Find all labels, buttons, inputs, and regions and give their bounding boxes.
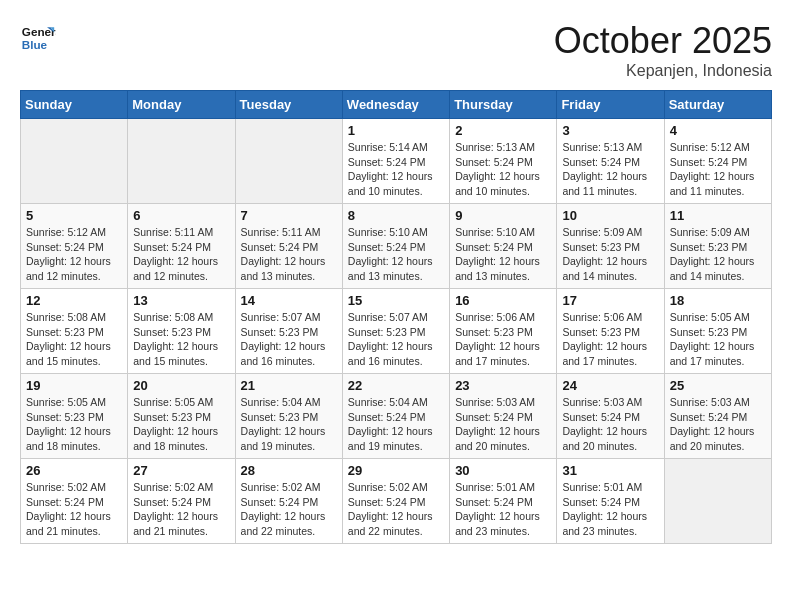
day-info: Sunrise: 5:13 AM Sunset: 5:24 PM Dayligh… — [455, 140, 551, 199]
day-info: Sunrise: 5:03 AM Sunset: 5:24 PM Dayligh… — [455, 395, 551, 454]
calendar-day-cell: 25Sunrise: 5:03 AM Sunset: 5:24 PM Dayli… — [664, 374, 771, 459]
calendar-day-cell: 4Sunrise: 5:12 AM Sunset: 5:24 PM Daylig… — [664, 119, 771, 204]
calendar-day-cell: 9Sunrise: 5:10 AM Sunset: 5:24 PM Daylig… — [450, 204, 557, 289]
calendar-day-cell: 5Sunrise: 5:12 AM Sunset: 5:24 PM Daylig… — [21, 204, 128, 289]
day-number: 14 — [241, 293, 337, 308]
month-title: October 2025 — [554, 20, 772, 62]
day-info: Sunrise: 5:09 AM Sunset: 5:23 PM Dayligh… — [562, 225, 658, 284]
day-info: Sunrise: 5:02 AM Sunset: 5:24 PM Dayligh… — [241, 480, 337, 539]
day-info: Sunrise: 5:03 AM Sunset: 5:24 PM Dayligh… — [562, 395, 658, 454]
calendar-day-cell: 23Sunrise: 5:03 AM Sunset: 5:24 PM Dayli… — [450, 374, 557, 459]
calendar-header: SundayMondayTuesdayWednesdayThursdayFrid… — [21, 91, 772, 119]
day-number: 8 — [348, 208, 444, 223]
day-info: Sunrise: 5:07 AM Sunset: 5:23 PM Dayligh… — [348, 310, 444, 369]
calendar-day-cell — [21, 119, 128, 204]
day-info: Sunrise: 5:03 AM Sunset: 5:24 PM Dayligh… — [670, 395, 766, 454]
day-number: 18 — [670, 293, 766, 308]
day-number: 17 — [562, 293, 658, 308]
svg-text:General: General — [22, 25, 56, 38]
calendar-day-cell: 18Sunrise: 5:05 AM Sunset: 5:23 PM Dayli… — [664, 289, 771, 374]
calendar-day-cell: 19Sunrise: 5:05 AM Sunset: 5:23 PM Dayli… — [21, 374, 128, 459]
calendar-week-row: 12Sunrise: 5:08 AM Sunset: 5:23 PM Dayli… — [21, 289, 772, 374]
day-number: 2 — [455, 123, 551, 138]
day-number: 31 — [562, 463, 658, 478]
weekday-header: Saturday — [664, 91, 771, 119]
day-info: Sunrise: 5:02 AM Sunset: 5:24 PM Dayligh… — [133, 480, 229, 539]
calendar-day-cell: 8Sunrise: 5:10 AM Sunset: 5:24 PM Daylig… — [342, 204, 449, 289]
day-info: Sunrise: 5:02 AM Sunset: 5:24 PM Dayligh… — [348, 480, 444, 539]
day-number: 1 — [348, 123, 444, 138]
day-info: Sunrise: 5:01 AM Sunset: 5:24 PM Dayligh… — [455, 480, 551, 539]
day-number: 20 — [133, 378, 229, 393]
calendar-day-cell: 31Sunrise: 5:01 AM Sunset: 5:24 PM Dayli… — [557, 459, 664, 544]
day-info: Sunrise: 5:02 AM Sunset: 5:24 PM Dayligh… — [26, 480, 122, 539]
day-info: Sunrise: 5:07 AM Sunset: 5:23 PM Dayligh… — [241, 310, 337, 369]
calendar-week-row: 19Sunrise: 5:05 AM Sunset: 5:23 PM Dayli… — [21, 374, 772, 459]
calendar-day-cell: 16Sunrise: 5:06 AM Sunset: 5:23 PM Dayli… — [450, 289, 557, 374]
calendar-week-row: 1Sunrise: 5:14 AM Sunset: 5:24 PM Daylig… — [21, 119, 772, 204]
calendar-day-cell: 7Sunrise: 5:11 AM Sunset: 5:24 PM Daylig… — [235, 204, 342, 289]
day-info: Sunrise: 5:14 AM Sunset: 5:24 PM Dayligh… — [348, 140, 444, 199]
day-number: 5 — [26, 208, 122, 223]
location: Kepanjen, Indonesia — [554, 62, 772, 80]
day-number: 4 — [670, 123, 766, 138]
day-number: 11 — [670, 208, 766, 223]
calendar-day-cell: 30Sunrise: 5:01 AM Sunset: 5:24 PM Dayli… — [450, 459, 557, 544]
day-number: 15 — [348, 293, 444, 308]
day-number: 7 — [241, 208, 337, 223]
calendar-day-cell: 11Sunrise: 5:09 AM Sunset: 5:23 PM Dayli… — [664, 204, 771, 289]
day-info: Sunrise: 5:06 AM Sunset: 5:23 PM Dayligh… — [562, 310, 658, 369]
day-info: Sunrise: 5:12 AM Sunset: 5:24 PM Dayligh… — [26, 225, 122, 284]
day-number: 26 — [26, 463, 122, 478]
calendar-week-row: 5Sunrise: 5:12 AM Sunset: 5:24 PM Daylig… — [21, 204, 772, 289]
calendar-day-cell: 17Sunrise: 5:06 AM Sunset: 5:23 PM Dayli… — [557, 289, 664, 374]
calendar-week-row: 26Sunrise: 5:02 AM Sunset: 5:24 PM Dayli… — [21, 459, 772, 544]
weekday-header: Sunday — [21, 91, 128, 119]
day-number: 10 — [562, 208, 658, 223]
calendar-day-cell: 27Sunrise: 5:02 AM Sunset: 5:24 PM Dayli… — [128, 459, 235, 544]
day-number: 19 — [26, 378, 122, 393]
day-number: 16 — [455, 293, 551, 308]
calendar-day-cell: 28Sunrise: 5:02 AM Sunset: 5:24 PM Dayli… — [235, 459, 342, 544]
day-info: Sunrise: 5:08 AM Sunset: 5:23 PM Dayligh… — [133, 310, 229, 369]
calendar-day-cell — [128, 119, 235, 204]
day-number: 29 — [348, 463, 444, 478]
day-info: Sunrise: 5:06 AM Sunset: 5:23 PM Dayligh… — [455, 310, 551, 369]
day-info: Sunrise: 5:05 AM Sunset: 5:23 PM Dayligh… — [26, 395, 122, 454]
calendar-day-cell: 15Sunrise: 5:07 AM Sunset: 5:23 PM Dayli… — [342, 289, 449, 374]
day-number: 25 — [670, 378, 766, 393]
calendar-day-cell: 6Sunrise: 5:11 AM Sunset: 5:24 PM Daylig… — [128, 204, 235, 289]
calendar-day-cell: 29Sunrise: 5:02 AM Sunset: 5:24 PM Dayli… — [342, 459, 449, 544]
weekday-header: Thursday — [450, 91, 557, 119]
day-number: 6 — [133, 208, 229, 223]
calendar-day-cell: 12Sunrise: 5:08 AM Sunset: 5:23 PM Dayli… — [21, 289, 128, 374]
weekday-header: Friday — [557, 91, 664, 119]
day-info: Sunrise: 5:04 AM Sunset: 5:23 PM Dayligh… — [241, 395, 337, 454]
calendar-body: 1Sunrise: 5:14 AM Sunset: 5:24 PM Daylig… — [21, 119, 772, 544]
calendar-day-cell — [235, 119, 342, 204]
day-number: 21 — [241, 378, 337, 393]
day-number: 24 — [562, 378, 658, 393]
svg-text:Blue: Blue — [22, 38, 48, 51]
weekday-header-row: SundayMondayTuesdayWednesdayThursdayFrid… — [21, 91, 772, 119]
day-info: Sunrise: 5:04 AM Sunset: 5:24 PM Dayligh… — [348, 395, 444, 454]
calendar-day-cell: 2Sunrise: 5:13 AM Sunset: 5:24 PM Daylig… — [450, 119, 557, 204]
calendar-day-cell: 21Sunrise: 5:04 AM Sunset: 5:23 PM Dayli… — [235, 374, 342, 459]
day-info: Sunrise: 5:05 AM Sunset: 5:23 PM Dayligh… — [133, 395, 229, 454]
day-info: Sunrise: 5:01 AM Sunset: 5:24 PM Dayligh… — [562, 480, 658, 539]
day-info: Sunrise: 5:05 AM Sunset: 5:23 PM Dayligh… — [670, 310, 766, 369]
weekday-header: Tuesday — [235, 91, 342, 119]
day-info: Sunrise: 5:12 AM Sunset: 5:24 PM Dayligh… — [670, 140, 766, 199]
calendar-day-cell — [664, 459, 771, 544]
calendar-day-cell: 26Sunrise: 5:02 AM Sunset: 5:24 PM Dayli… — [21, 459, 128, 544]
logo: General Blue — [20, 20, 56, 56]
calendar-day-cell: 14Sunrise: 5:07 AM Sunset: 5:23 PM Dayli… — [235, 289, 342, 374]
day-info: Sunrise: 5:08 AM Sunset: 5:23 PM Dayligh… — [26, 310, 122, 369]
weekday-header: Wednesday — [342, 91, 449, 119]
day-number: 23 — [455, 378, 551, 393]
day-number: 30 — [455, 463, 551, 478]
calendar-day-cell: 10Sunrise: 5:09 AM Sunset: 5:23 PM Dayli… — [557, 204, 664, 289]
page-header: General Blue October 2025 Kepanjen, Indo… — [20, 20, 772, 80]
day-info: Sunrise: 5:10 AM Sunset: 5:24 PM Dayligh… — [455, 225, 551, 284]
day-number: 22 — [348, 378, 444, 393]
